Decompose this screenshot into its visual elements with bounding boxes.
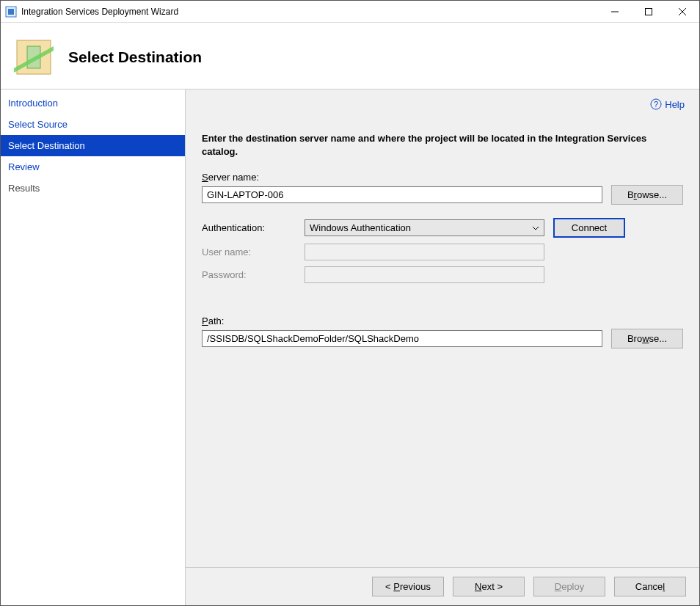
browse-path-button[interactable]: Browse...: [611, 329, 683, 348]
wizard-header: Select Destination: [1, 23, 699, 89]
window-title: Integration Services Deployment Wizard: [21, 7, 598, 17]
cancel-button[interactable]: Cancel: [614, 577, 686, 596]
svg-rect-1: [8, 9, 14, 15]
nav-item-results: Results: [1, 178, 185, 199]
label-password: Password:: [202, 269, 305, 280]
deploy-button: Deploy: [533, 577, 605, 596]
maximize-button[interactable]: [632, 1, 666, 23]
titlebar: Integration Services Deployment Wizard: [1, 1, 699, 23]
page-title: Select Destination: [68, 48, 202, 66]
close-button[interactable]: [666, 1, 699, 23]
app-icon: [5, 6, 17, 18]
nav-item-introduction[interactable]: Introduction: [1, 92, 185, 114]
path-input[interactable]: [202, 330, 602, 347]
browse-server-button[interactable]: Browse...: [611, 185, 683, 205]
wizard-footer: < Previous Next > Deploy Cancel: [186, 567, 699, 605]
nav-item-select-destination[interactable]: Select Destination: [1, 135, 185, 156]
nav-item-select-source[interactable]: Select Source: [1, 114, 185, 135]
wizard-nav: Introduction Select Source Select Destin…: [1, 90, 186, 605]
connect-button[interactable]: Connect: [553, 218, 625, 238]
wizard-content: ? Help Enter the destination server name…: [186, 90, 699, 605]
password-input: [305, 266, 544, 283]
minimize-button[interactable]: [598, 1, 632, 23]
label-server-name: Server name:: [202, 172, 683, 183]
help-link-label: Help: [665, 99, 685, 110]
svg-text:?: ?: [654, 100, 658, 109]
next-button[interactable]: Next >: [453, 577, 525, 596]
label-authentication: Authentication:: [202, 222, 305, 233]
instruction-text: Enter the destination server name and wh…: [202, 132, 683, 158]
nav-item-review[interactable]: Review: [1, 156, 185, 178]
user-name-input: [305, 244, 544, 260]
wizard-icon: [12, 36, 55, 79]
help-link[interactable]: ? Help: [650, 98, 685, 110]
authentication-select[interactable]: Windows Authentication: [305, 219, 544, 236]
svg-rect-3: [646, 8, 652, 15]
label-user-name: User name:: [202, 247, 305, 258]
previous-button[interactable]: < Previous: [372, 577, 444, 596]
label-path: Path:: [202, 315, 683, 326]
server-name-input[interactable]: [202, 186, 602, 203]
